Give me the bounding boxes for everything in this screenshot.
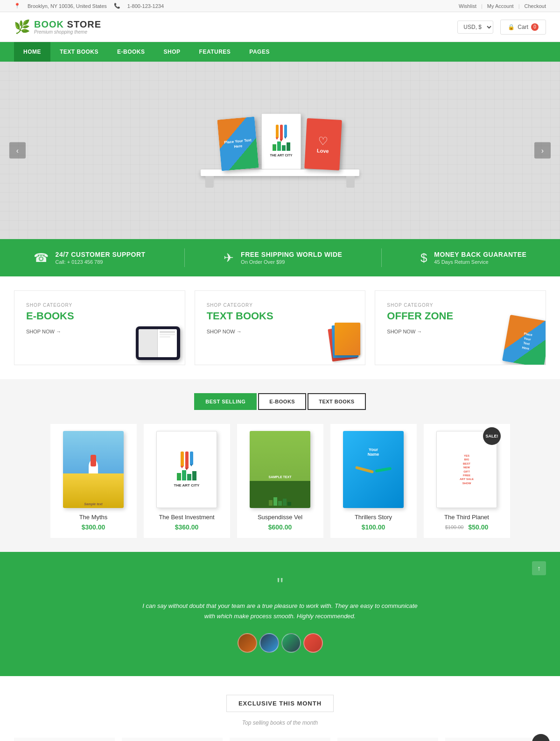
exc-product-3: SAMPLE TEXT (230, 738, 330, 741)
location-icon: 📍 (14, 3, 21, 9)
scroll-top-button[interactable]: ↑ (532, 561, 546, 575)
features-bar: ☎ 24/7 CUSTOMER SUPPORT Call: + 0123 456… (0, 239, 560, 276)
book1-text: Place Your Text Here (219, 134, 258, 153)
nav-textbooks[interactable]: TEXT BOOKS (50, 42, 108, 62)
cat-label-textbooks: SHOP CATEGORY (207, 303, 354, 308)
currency-select[interactable]: USD, $ (457, 21, 493, 34)
product-card-thrillers: YourName Thrillers Story $100.00 (330, 424, 417, 538)
hero-content: Place Your Text Here (201, 113, 359, 188)
top-bar-right: Wishlist | My Account | Checkout (459, 3, 546, 9)
avatar-2[interactable] (259, 633, 279, 653)
hero-book-2: THE ART CITY (261, 113, 301, 169)
cat-name-ebooks: E-BOOKS (26, 310, 173, 322)
cart-icon: 🔒 (508, 24, 515, 30)
checkout-link[interactable]: Checkout (525, 3, 546, 9)
category-textbooks: SHOP CATEGORY TEXT BOOKS SHOP NOW → (195, 290, 366, 365)
nav-home[interactable]: HOME (14, 42, 50, 62)
exclusive-title: EXCLUSIVE THIS MONTH (226, 695, 334, 712)
header: 🌿 BOOK STORE Premium shopping theme USD,… (0, 12, 560, 42)
feature-support-title: 24/7 CUSTOMER SUPPORT (56, 251, 146, 258)
cat-label-ebooks: SHOP CATEGORY (26, 303, 173, 308)
feature-divider-1 (184, 248, 185, 267)
product-price-investment: $360.00 (151, 523, 223, 531)
navigation: HOME TEXT BOOKS E-BOOKS SHOP FEATURES PA… (0, 42, 560, 62)
avatar-1[interactable] (238, 633, 257, 653)
book2-title: THE ART CITY (270, 153, 293, 157)
logo-text: BOOK STORE Premium shopping theme (34, 19, 101, 35)
cart-badge: 0 (531, 23, 539, 31)
product-title-thrillers: Thrillers Story (337, 514, 410, 521)
exclusive-header: EXCLUSIVE THIS MONTH (14, 695, 546, 716)
testimonial-text: I can say without doubt that your team a… (140, 601, 420, 621)
product-price-myths: $300.00 (57, 523, 130, 531)
feature-support-desc: Call: + 0123 456 789 (56, 259, 146, 265)
logo-tagline: Premium shopping theme (34, 29, 101, 35)
shelf-support-right (346, 176, 355, 188)
hero-prev-button[interactable]: ‹ (9, 142, 26, 159)
logo[interactable]: 🌿 BOOK STORE Premium shopping theme (14, 19, 101, 35)
cat-link-textbooks[interactable]: SHOP NOW → (207, 329, 242, 334)
feature-divider-2 (381, 248, 382, 267)
product-img-third-planet: SALE! YESBIGBESTNEWGIFTFREEART SALESHOW (436, 431, 497, 508)
products-section: BEST SELLING E-BOOKS TEXT BOOKS Sample t… (0, 379, 560, 552)
cat-link-offer[interactable]: SHOP NOW → (387, 329, 422, 334)
tablet-illustration (136, 326, 180, 360)
nav-features[interactable]: FEATURES (190, 42, 240, 62)
avatar-4[interactable] (303, 633, 323, 653)
tab-ebooks[interactable]: E-BOOKS (258, 393, 306, 410)
exc-sale-badge: SALE! (532, 734, 550, 741)
exclusive-products-grid: Sample text THE ART CITY (14, 738, 546, 741)
product-price-sale: $50.00 (468, 523, 488, 531)
shelf-support-left (205, 176, 214, 188)
nav-pages[interactable]: PAGES (240, 42, 279, 62)
testimonial-avatars (14, 633, 546, 653)
category-offerzone: SHOP CATEGORY OFFER ZONE SHOP NOW → Plac… (375, 290, 546, 365)
feature-shipping-text: FREE SHIPPING WORLD WIDE On Order Over $… (241, 251, 342, 265)
plane-feature-icon: ✈ (224, 251, 234, 265)
product-card-myths: Sample text The Myths $300.00 (50, 424, 137, 538)
feature-shipping: ✈ FREE SHIPPING WORLD WIDE On Order Over… (224, 248, 342, 267)
exc-product-2: THE ART CITY (122, 738, 223, 741)
wishlist-link[interactable]: Wishlist (459, 3, 476, 9)
nav-ebooks[interactable]: E-BOOKS (108, 42, 154, 62)
exc-product-1: Sample text (14, 738, 115, 741)
phone-text: 1-800-123-1234 (127, 3, 164, 9)
product-title-suspendisse: Suspendisse Vel (244, 514, 316, 521)
tab-best-selling[interactable]: BEST SELLING (194, 393, 257, 410)
feature-support-text: 24/7 CUSTOMER SUPPORT Call: + 0123 456 7… (56, 251, 146, 265)
hero-book-3: ♡ Love (304, 118, 342, 170)
product-price-suspendisse: $600.00 (244, 523, 316, 531)
feature-moneyback: $ MONEY BACK GUARANTEE 45 Days Return Se… (420, 248, 526, 267)
exclusive-section: EXCLUSIVE THIS MONTH Top selling books o… (0, 676, 560, 741)
sale-badge: SALE! (483, 427, 501, 445)
avatar-3[interactable] (281, 633, 301, 653)
product-card-investment: THE ART CITY The Best Investment $360.00 (144, 424, 230, 538)
phone-icon: 📞 (114, 3, 120, 9)
divider1: | (481, 3, 483, 9)
my-account-link[interactable]: My Account (487, 3, 514, 9)
product-artcity-label: THE ART CITY (174, 483, 200, 487)
book-shelf: Place Your Text Here (219, 113, 341, 169)
product-card-third-planet: SALE! YESBIGBESTNEWGIFTFREEART SALESHOW … (424, 424, 510, 538)
phone-feature-icon: ☎ (34, 251, 49, 265)
logo-book: BOOK (34, 19, 64, 29)
cat-link-ebooks[interactable]: SHOP NOW → (26, 329, 61, 334)
logo-name: BOOK STORE (34, 19, 101, 29)
hero-next-button[interactable]: › (534, 142, 551, 159)
category-ebooks: SHOP CATEGORY E-BOOKS SHOP NOW → (14, 290, 185, 365)
nav-shop[interactable]: SHOP (154, 42, 190, 62)
top-bar-left: 📍 Brooklyn, NY 10036, United States 📞 1-… (14, 3, 164, 9)
textbooks-illustration (325, 323, 363, 360)
feature-moneyback-title: MONEY BACK GUARANTEE (434, 251, 526, 258)
cart-button[interactable]: 🔒 Cart 0 (500, 20, 546, 35)
exclusive-subtitle: Top selling books of the month (14, 720, 546, 726)
quote-icon: " (14, 575, 546, 594)
product-img-thrillers: YourName (343, 431, 404, 508)
product-price-old: $100.00 (445, 524, 464, 530)
feature-support: ☎ 24/7 CUSTOMER SUPPORT Call: + 0123 456… (34, 248, 146, 267)
exc-product-4: YourName (337, 738, 438, 741)
header-right: USD, $ 🔒 Cart 0 (457, 20, 546, 35)
testimonial-section: ↑ " I can say without doubt that your te… (0, 552, 560, 676)
products-grid: Sample text The Myths $300.00 (14, 424, 546, 538)
tab-textbooks[interactable]: TEXT BOOKS (308, 393, 366, 410)
